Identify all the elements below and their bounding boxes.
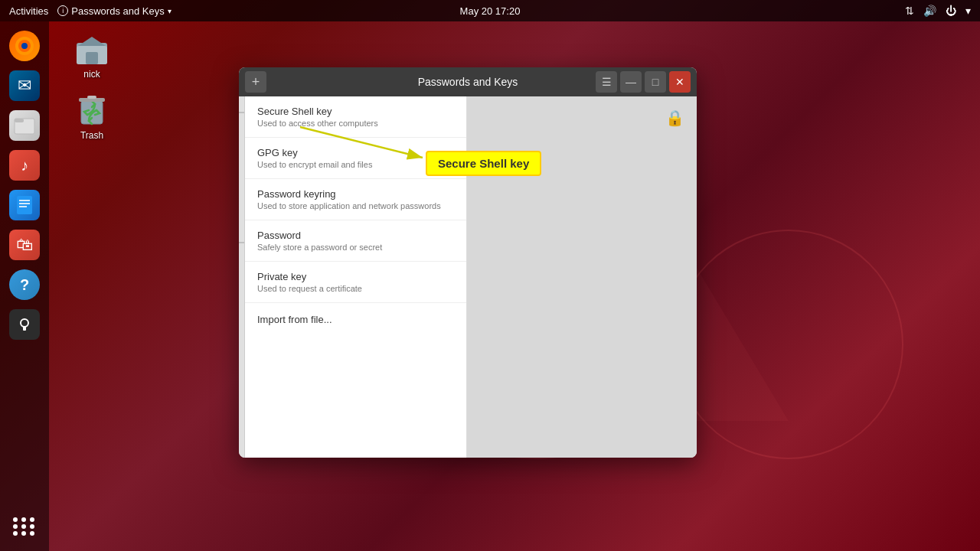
dock-item-thunderbird[interactable]: ✉: [3, 67, 46, 104]
gpg-key-subtitle: Used to encrypt email and files: [257, 160, 454, 169]
gpg-key-title: GPG key: [257, 147, 454, 158]
private-key-subtitle: Used to request a certificate: [257, 284, 454, 293]
svg-rect-6: [19, 200, 30, 201]
thunderbird-icon: ✉: [9, 70, 40, 101]
password-keyring-subtitle: Used to store application and network pa…: [257, 201, 454, 210]
svg-rect-10: [23, 326, 26, 331]
sidebar-indicator-top: [239, 112, 244, 113]
ssh-key-tooltip: Secure Shell key: [426, 151, 541, 176]
dock: ✉ ♪ 🛍 ?: [0, 21, 49, 551]
app-indicator[interactable]: i Passwords and Keys ▾: [57, 5, 171, 17]
maximize-icon: □: [652, 76, 658, 88]
desktop-icons-area: nick Trash: [61, 31, 122, 141]
close-icon: ✕: [675, 76, 684, 88]
svg-rect-5: [17, 196, 32, 214]
topbar-center: May 20 17:20: [460, 5, 521, 17]
home-folder-label: nick: [83, 69, 100, 80]
power-icon[interactable]: ⏻: [946, 5, 956, 17]
minimize-icon: —: [626, 76, 636, 88]
dock-item-files[interactable]: [3, 107, 46, 144]
minimize-button[interactable]: —: [620, 71, 642, 93]
password-title: Password: [257, 230, 454, 241]
dock-item-firefox[interactable]: [3, 28, 46, 64]
sound-icon[interactable]: 🔊: [923, 5, 936, 17]
firefox-icon: [9, 31, 40, 61]
svg-rect-17: [87, 96, 96, 99]
titlebar-right: ☰ — □ ✕: [596, 71, 691, 93]
tooltip-text: Secure Shell key: [438, 157, 529, 170]
dock-item-writer[interactable]: [3, 187, 46, 223]
dock-item-rhythmbox[interactable]: ♪: [3, 147, 46, 184]
import-label: Import from file...: [257, 314, 332, 325]
window-title: Passwords and Keys: [418, 76, 518, 88]
dropdown-item-password-keyring[interactable]: Password keyring Used to store applicati…: [245, 179, 466, 220]
desktop: Activities i Passwords and Keys ▾ May 20…: [0, 0, 980, 551]
close-button[interactable]: ✕: [669, 71, 691, 93]
titlebar-left: +: [245, 71, 266, 93]
dropdown-item-ssh-key[interactable]: Secure Shell key Used to access other co…: [245, 96, 466, 138]
software-center-icon: 🛍: [9, 230, 40, 260]
home-folder-icon: [74, 31, 110, 67]
app-sidebar: [239, 96, 245, 458]
activities-button[interactable]: Activities: [6, 5, 51, 17]
window-titlebar: + Passwords and Keys ☰ — □ ✕: [239, 67, 697, 96]
app-name-label: Passwords and Keys: [71, 5, 164, 17]
topbar: Activities i Passwords and Keys ▾ May 20…: [0, 0, 980, 21]
sidebar-indicator-bottom: [239, 242, 244, 243]
system-menu-chevron-icon[interactable]: ▾: [965, 5, 971, 17]
svg-rect-7: [19, 203, 30, 204]
svg-point-2: [21, 43, 28, 49]
maximize-button[interactable]: □: [645, 71, 666, 93]
password-subtitle: Safely store a password or secret: [257, 243, 454, 252]
info-icon: i: [57, 5, 68, 16]
menu-button[interactable]: ☰: [596, 71, 617, 93]
hamburger-icon: ☰: [602, 76, 612, 88]
app-grid-icon: [9, 511, 40, 542]
network-icon[interactable]: ⇅: [905, 5, 914, 17]
passwords-window: + Passwords and Keys ☰ — □ ✕: [239, 67, 697, 458]
lock-icon: 🔒: [665, 109, 684, 127]
add-key-button[interactable]: +: [245, 71, 266, 93]
passwords-app-icon: [9, 309, 40, 340]
trash-icon: [74, 92, 110, 129]
dock-item-app-grid[interactable]: [3, 508, 46, 545]
desktop-icon-home[interactable]: nick: [61, 31, 122, 80]
help-icon: ?: [9, 269, 40, 300]
password-keyring-title: Password keyring: [257, 188, 454, 200]
dropdown-import-from-file[interactable]: Import from file...: [245, 303, 466, 335]
dropdown-item-password[interactable]: Password Safely store a password or secr…: [245, 220, 466, 262]
dropdown-item-private-key[interactable]: Private key Used to request a certificat…: [245, 262, 466, 303]
ssh-key-subtitle: Used to access other computers: [257, 119, 454, 128]
rhythmbox-icon: ♪: [9, 150, 40, 181]
topbar-right: ⇅ 🔊 ⏻ ▾: [905, 5, 980, 17]
desktop-icon-trash[interactable]: Trash: [61, 92, 122, 141]
dock-item-help[interactable]: ?: [3, 266, 46, 303]
ssh-key-title: Secure Shell key: [257, 106, 454, 117]
dock-item-software[interactable]: 🛍: [3, 227, 46, 263]
files-icon: [9, 110, 40, 141]
dock-item-passwords[interactable]: [3, 306, 46, 343]
chevron-down-icon: ▾: [168, 7, 172, 15]
private-key-title: Private key: [257, 271, 454, 282]
svg-rect-8: [19, 206, 27, 207]
datetime-label: May 20 17:20: [460, 5, 521, 17]
writer-icon: [9, 190, 40, 220]
svg-point-9: [21, 319, 28, 327]
svg-rect-13: [86, 52, 98, 64]
svg-rect-4: [15, 119, 24, 122]
trash-icon-label: Trash: [80, 130, 103, 141]
topbar-left: Activities i Passwords and Keys ▾: [0, 5, 172, 17]
